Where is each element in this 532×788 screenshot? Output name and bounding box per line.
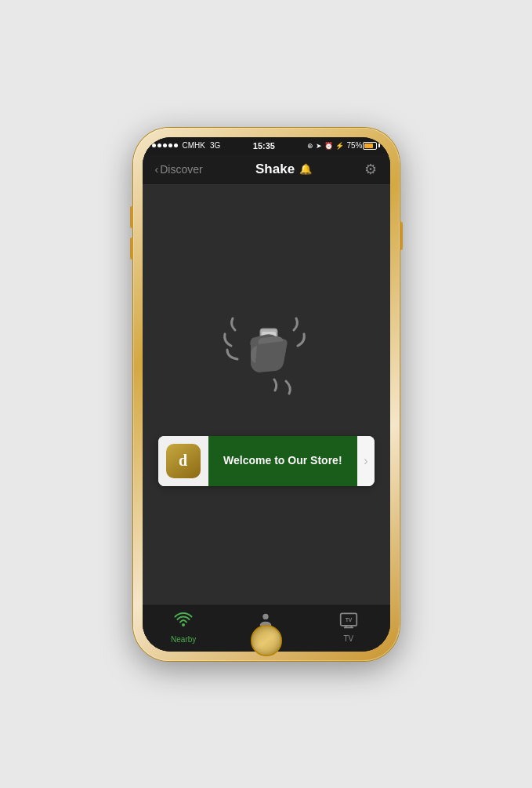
title-text: Shake	[255, 162, 295, 177]
tv-icon: TV	[339, 612, 358, 632]
status-right: ⊕ ➤ ⏰ ⚡ 75%	[307, 141, 380, 150]
signal-dot-4	[168, 143, 172, 147]
bell-muted-icon: 🔔	[299, 163, 312, 175]
back-label: Discover	[160, 163, 202, 176]
signal-strength	[152, 143, 178, 147]
signal-dot-2	[157, 143, 161, 147]
tab-tv[interactable]: TV TV	[325, 612, 372, 643]
svg-point-3	[263, 613, 269, 619]
page-title: Shake 🔔	[255, 162, 312, 177]
nearby-icon	[174, 611, 193, 633]
volume-down-button[interactable]	[130, 238, 133, 260]
status-bar: CMHK 3G 15:35 ⊕ ➤ ⏰ ⚡ 75%	[143, 137, 390, 154]
nearby-label: Nearby	[171, 635, 196, 644]
main-content: d Welcome to Our Store! ›	[143, 185, 390, 604]
home-button[interactable]	[251, 625, 282, 656]
battery-fill	[364, 143, 373, 148]
signal-dot-3	[163, 143, 167, 147]
svg-text:TV: TV	[345, 616, 352, 622]
logo-letter: d	[179, 452, 187, 470]
carrier-label: CMHK	[183, 141, 205, 150]
tab-nearby[interactable]: Nearby	[160, 611, 207, 644]
card-chevron: ›	[357, 436, 374, 486]
signal-dot-5	[174, 143, 178, 147]
welcome-text-area: Welcome to Our Store!	[208, 436, 358, 486]
status-left: CMHK 3G	[152, 141, 221, 150]
logo-circle: d	[166, 444, 201, 478]
battery-indicator: 75%	[346, 141, 380, 150]
chevron-left-icon: ‹	[155, 163, 159, 176]
app-screen: CMHK 3G 15:35 ⊕ ➤ ⏰ ⚡ 75%	[143, 137, 390, 652]
svg-point-2	[182, 623, 185, 626]
welcome-message: Welcome to Our Store!	[223, 453, 342, 469]
volume-up-button[interactable]	[130, 206, 133, 228]
time-label: 15:35	[253, 141, 275, 151]
phone-frame: CMHK 3G 15:35 ⊕ ➤ ⏰ ⚡ 75%	[133, 128, 400, 661]
battery-icon	[363, 142, 377, 150]
settings-button[interactable]: ⚙	[364, 161, 377, 178]
battery-tip	[378, 143, 380, 147]
shake-icon-container	[215, 303, 317, 405]
network-type-label: 3G	[210, 141, 220, 150]
navigation-bar: ‹ Discover Shake 🔔 ⚙	[143, 154, 390, 185]
location-icon: ⊕	[307, 142, 313, 150]
store-logo: d	[158, 436, 208, 486]
battery-percent-label: 75%	[346, 141, 362, 150]
chevron-right-icon: ›	[364, 454, 367, 468]
navigation-icon: ➤	[316, 142, 322, 150]
alarm-icon: ⏰	[324, 142, 333, 150]
bluetooth-icon: ⚡	[335, 142, 344, 150]
back-button[interactable]: ‹ Discover	[155, 163, 203, 176]
signal-dot-1	[152, 143, 156, 147]
power-button[interactable]	[400, 222, 403, 250]
welcome-card[interactable]: d Welcome to Our Store! ›	[158, 436, 375, 486]
shake-hand-icon	[215, 303, 317, 405]
phone-screen: CMHK 3G 15:35 ⊕ ➤ ⏰ ⚡ 75%	[143, 137, 390, 652]
tv-label: TV	[343, 634, 353, 643]
